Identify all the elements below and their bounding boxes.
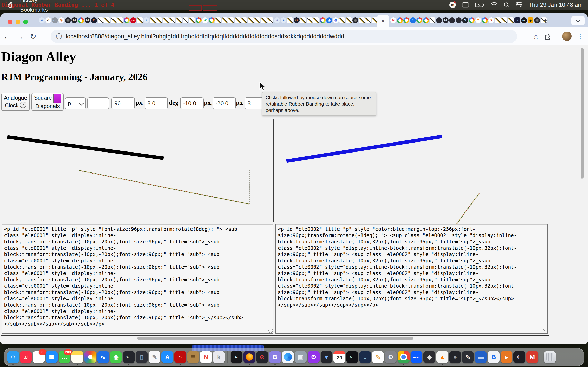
active-tab[interactable]: × (377, 15, 389, 27)
tab-favicon-wgreen[interactable]: W (202, 17, 208, 23)
tab-favicon-wheel[interactable] (124, 17, 130, 23)
dock-icon-filezilla[interactable]: Fz (174, 351, 186, 363)
tab-favicon-diag[interactable] (137, 17, 143, 23)
back-button[interactable]: ← (0, 32, 13, 41)
tab-favicon-snavy[interactable]: S (515, 17, 520, 23)
dock-icon-zoom[interactable]: zoom (411, 351, 423, 363)
tab-favicon-g[interactable] (78, 17, 84, 23)
tab-favicon-wheel[interactable] (320, 17, 326, 23)
dock-icon-photos-dark[interactable]: ◆ (424, 351, 435, 363)
square-diagonals-button[interactable]: Square Diagonals (31, 93, 64, 111)
resize-grip-icon[interactable] (543, 329, 547, 333)
tab-favicon-diag[interactable] (98, 17, 104, 23)
tab-favicon-g[interactable] (423, 17, 429, 23)
dock-icon-trash[interactable] (544, 351, 556, 363)
dock-icon-photos[interactable] (84, 351, 96, 363)
tab-favicon-diag[interactable] (287, 17, 293, 23)
tab-favicon-diag[interactable] (365, 17, 371, 23)
translate-y-input[interactable]: -20.0 (213, 98, 236, 109)
wifi-icon[interactable] (491, 2, 498, 8)
tab-favicon-diag[interactable] (502, 17, 507, 23)
dock-icon-chrome[interactable] (398, 351, 410, 363)
tab-favicon-diag[interactable] (169, 17, 175, 23)
tab-favicon-g[interactable] (403, 17, 409, 23)
tab-favicon-compass[interactable]: ↗ (274, 17, 280, 23)
new-tab-button[interactable]: + (541, 16, 550, 25)
dock-icon-bluetooth[interactable]: B (488, 351, 500, 363)
extensions-icon[interactable] (544, 33, 551, 40)
dock-icon-obs[interactable]: ● (449, 351, 461, 363)
tab-favicon-mdark[interactable]: M (443, 17, 449, 23)
right-code-textarea[interactable]: <p id="ele0002" title="p" style="color:b… (276, 224, 548, 334)
tab-favicon-diag[interactable] (111, 17, 117, 23)
tab-favicon-diag[interactable] (248, 17, 254, 23)
profile-avatar[interactable] (562, 32, 572, 41)
tab-favicon-diag[interactable] (495, 17, 501, 23)
tab-close-icon[interactable]: × (381, 18, 385, 25)
menubar-clock[interactable]: Thu 29 Jan 10:48 am (528, 2, 583, 8)
battery-icon[interactable] (475, 2, 484, 7)
dock-icon-settings[interactable]: ⚙ (385, 351, 397, 363)
tab-favicon-clockblue[interactable]: ◉ (326, 17, 332, 23)
tab-favicon-diag[interactable] (222, 17, 228, 23)
tab-favicon-diag[interactable] (339, 17, 345, 23)
tab-favicon-g[interactable] (416, 17, 423, 23)
tab-favicon-g[interactable] (482, 17, 488, 23)
dock-icon-keychain[interactable]: k (213, 351, 225, 363)
tab-favicon-chromedark[interactable] (352, 17, 358, 23)
tab-favicon-diag[interactable] (359, 17, 365, 23)
tab-favicon-clock[interactable]: ✓ (45, 17, 51, 23)
dock-icon-tv-orange[interactable]: ▸ (501, 351, 512, 363)
tab-favicon-dark[interactable] (456, 17, 462, 23)
tab-search-button[interactable] (571, 16, 585, 25)
vertical-scrollbar-thumb[interactable] (581, 48, 584, 179)
tab-favicon-g[interactable] (196, 17, 201, 23)
address-bar[interactable]: ⓘ localhost:8888/diagon_alley.html?uhgfg… (51, 30, 517, 43)
dock-icon-downloads[interactable]: ▾ (320, 351, 332, 363)
dock-icon-facetime[interactable]: ◉ (110, 351, 122, 363)
tab-favicon-diag[interactable] (163, 17, 169, 23)
dock-icon-terminal2[interactable]: >_ (346, 351, 358, 363)
tab-favicon-diag[interactable] (235, 17, 241, 23)
tab-favicon-abc[interactable]: abc (521, 17, 527, 23)
tab-favicon-odark[interactable]: O (91, 17, 97, 23)
tab-favicon-diag[interactable] (430, 17, 435, 23)
browser-menu-icon[interactable]: ⋮ (577, 33, 584, 40)
dock-icon-iphone-mirroring[interactable]: ▯ (136, 351, 148, 363)
menubar-app-icon[interactable]: m (449, 2, 456, 8)
dock-icon-notes[interactable]: ≡ (71, 351, 83, 363)
tab-favicon-diag[interactable] (176, 17, 182, 23)
dock-icon-messages[interactable]: …208 (59, 351, 70, 363)
dock-icon-books[interactable]: ≣ (187, 351, 199, 363)
window-minimize-button[interactable] (16, 20, 20, 24)
tab-favicon-chromedark[interactable] (65, 17, 71, 23)
tab-favicon-diag[interactable] (156, 17, 162, 23)
tab-favicon-compass[interactable]: ↗ (39, 17, 45, 23)
tab-favicon-mammoth[interactable]: m (52, 17, 58, 23)
tab-favicon-diag[interactable] (268, 17, 273, 23)
site-info-icon[interactable]: ⓘ (56, 32, 62, 41)
tab-favicon-diag[interactable] (261, 17, 267, 23)
tab-favicon-sdark[interactable]: S (462, 17, 468, 23)
tab-favicon-diag[interactable] (182, 17, 189, 23)
dock-icon-nomachine[interactable]: ⊘ (256, 351, 268, 363)
tab-favicon-nsw[interactable]: NSW (130, 17, 136, 23)
translate-x-input[interactable]: -10.0 (180, 98, 204, 109)
spotlight-icon[interactable] (504, 2, 509, 8)
tag-select[interactable]: p (65, 98, 86, 109)
tab-favicon-diag[interactable] (313, 17, 319, 23)
tab-favicon-chromedark[interactable] (534, 17, 540, 23)
tab-favicon-compass[interactable]: ↗ (143, 17, 149, 23)
tab-favicon-mdark[interactable]: M (85, 17, 90, 23)
angle-input[interactable]: 8.0 (145, 98, 168, 109)
tab-favicon-dark[interactable] (436, 17, 442, 23)
tab-favicon-diag[interactable] (189, 17, 195, 23)
font-size-input[interactable]: 96 (112, 98, 135, 109)
tab-favicon-diag[interactable] (117, 17, 123, 23)
dock-icon-safari[interactable] (282, 351, 294, 363)
tab-favicon-sbs[interactable]: ◆ (527, 17, 534, 23)
tab-favicon-diag[interactable] (150, 17, 156, 23)
tab-favicon-dark[interactable] (449, 17, 455, 23)
tab-favicon-diag[interactable] (241, 17, 247, 23)
dock-icon-mail[interactable]: ✉ (46, 351, 58, 363)
